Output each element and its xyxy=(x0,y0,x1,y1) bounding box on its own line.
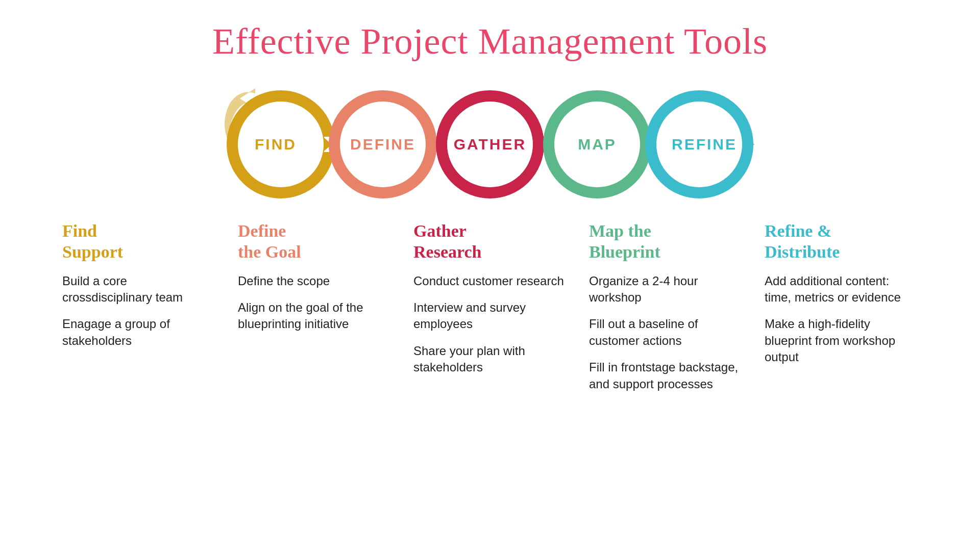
gather-label: GATHER xyxy=(454,136,526,153)
define-circle: DEFINE xyxy=(322,83,444,206)
refine-item-2: Make a high-fidelity blueprint from work… xyxy=(765,316,918,365)
refine-circle-wrapper: REFINE xyxy=(643,83,766,206)
refine-title: Refine &Distribute xyxy=(765,221,840,263)
map-item-1: Organize a 2-4 hour workshop xyxy=(589,273,742,306)
define-item-1: Define the scope xyxy=(238,273,391,289)
circles-row: FIND DEFINE xyxy=(31,83,949,206)
refine-items: Add additional content: time, metrics or… xyxy=(765,273,918,366)
gather-items: Conduct customer research Interview and … xyxy=(413,273,567,376)
gather-circle: GATHER xyxy=(429,83,551,206)
refine-circle: REFINE xyxy=(643,83,766,206)
gather-content: GatherResearch Conduct customer research… xyxy=(403,221,577,392)
refine-label: REFINE xyxy=(672,136,737,153)
find-circle: FIND xyxy=(214,83,337,206)
map-items: Organize a 2-4 hour workshop Fill out a … xyxy=(589,273,742,392)
page-title: Effective Project Management Tools xyxy=(212,20,768,63)
map-label: MAP xyxy=(578,136,617,153)
define-item-2: Align on the goal of the blueprinting in… xyxy=(238,299,391,333)
define-items: Define the scope Align on the goal of th… xyxy=(238,273,391,333)
define-title: Definethe Goal xyxy=(238,221,301,263)
gather-circle-wrapper: GATHER xyxy=(429,83,551,206)
find-item-2: Enagage a group of stakeholders xyxy=(62,316,215,349)
find-item-1: Build a core crossdisciplinary team xyxy=(62,273,215,306)
gather-title: GatherResearch xyxy=(413,221,481,263)
page: Effective Project Management Tools FIND xyxy=(0,0,980,551)
define-label: DEFINE xyxy=(350,136,415,153)
define-content: Definethe Goal Define the scope Align on… xyxy=(228,221,401,392)
gather-item-2: Interview and survey employees xyxy=(413,299,567,333)
content-row: FindSupport Build a core crossdisciplina… xyxy=(31,221,949,392)
define-circle-wrapper: DEFINE xyxy=(322,83,444,206)
find-circle-wrapper: FIND xyxy=(214,83,337,206)
gather-item-3: Share your plan with stakeholders xyxy=(413,343,567,376)
refine-content: Refine &Distribute Add additional conten… xyxy=(754,221,928,392)
map-item-3: Fill in frontstage backstage, and suppor… xyxy=(589,359,742,392)
find-title: FindSupport xyxy=(62,221,123,263)
map-circle-wrapper: MAP xyxy=(536,83,658,206)
find-items: Build a core crossdisciplinary team Enag… xyxy=(62,273,215,349)
refine-item-1: Add additional content: time, metrics or… xyxy=(765,273,918,306)
map-title: Map theBlueprint xyxy=(589,221,660,263)
map-circle: MAP xyxy=(536,83,658,206)
map-content: Map theBlueprint Organize a 2-4 hour wor… xyxy=(579,221,752,392)
gather-item-1: Conduct customer research xyxy=(413,273,567,289)
find-label: FIND xyxy=(255,136,297,153)
map-item-2: Fill out a baseline of customer actions xyxy=(589,316,742,349)
find-content: FindSupport Build a core crossdisciplina… xyxy=(52,221,226,392)
